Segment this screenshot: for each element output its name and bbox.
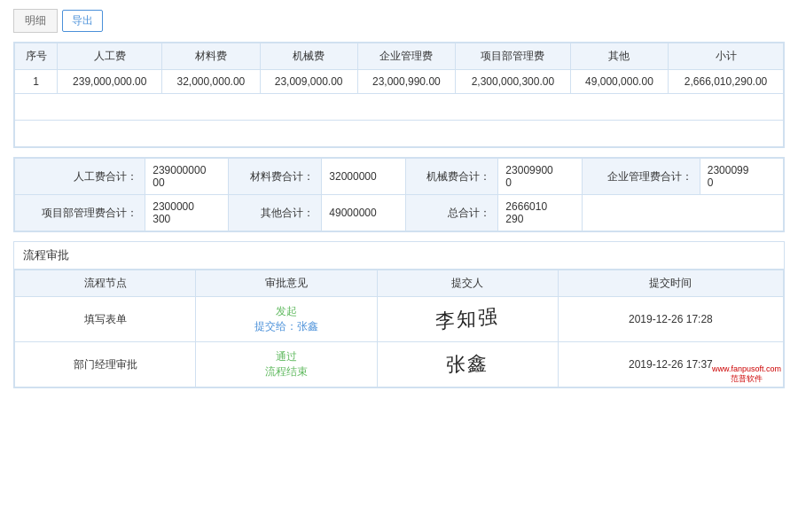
labor-summary-label: 人工费合计： <box>15 159 145 195</box>
wf-opinion-1: 发起 提交给：张鑫 <box>196 297 377 342</box>
watermark-container: www.fanpusoft.com 范普软件 <box>712 364 781 385</box>
enterprise-mgmt-summary-label: 企业管理费合计： <box>582 159 700 195</box>
mechanical-summary-label: 机械费合计： <box>405 159 498 195</box>
cell-other: 49,000,000.00 <box>570 70 668 94</box>
wf-submitter-1: 李知强 <box>377 297 558 342</box>
cell-subtotal: 2,666,010,290.00 <box>669 70 784 94</box>
wf-submitter-2: 张鑫 <box>377 342 558 387</box>
export-button[interactable]: 导出 <box>62 10 103 32</box>
wf-time-2: 2019-12-26 17:37 www.fanpusoft.com 范普软件 <box>558 342 783 387</box>
summary-section: 人工费合计： 239000000 00 材料费合计： 32000000 机械费合… <box>13 157 785 232</box>
cell-material: 32,000,000.00 <box>162 70 260 94</box>
other-summary-value: 49000000 <box>322 195 405 231</box>
other-summary-label: 其他合计： <box>229 195 322 231</box>
table-row: 1 239,000,000.00 32,000,000.00 23,009,00… <box>15 70 784 94</box>
summary-table: 人工费合计： 239000000 00 材料费合计： 32000000 机械费合… <box>14 158 784 231</box>
col-header-labor: 人工费 <box>58 43 162 70</box>
tab-detail[interactable]: 明细 <box>13 9 58 33</box>
wf-col-node: 流程节点 <box>15 270 196 297</box>
signature-1: 李知强 <box>435 303 499 335</box>
labor-summary-value: 239000000 00 <box>145 159 229 195</box>
workflow-header-row: 流程节点 审批意见 提交人 提交时间 <box>15 270 784 297</box>
col-header-mechanical: 机械费 <box>260 43 357 70</box>
wf-opinion-2: 通过 流程结束 <box>196 342 377 387</box>
wf-col-opinion: 审批意见 <box>196 270 377 297</box>
summary-row-2: 项目部管理费合计： 2300000 300 其他合计： 49000000 总合计… <box>15 195 784 231</box>
cell-labor: 239,000,000.00 <box>58 70 162 94</box>
total-summary-label: 总合计： <box>405 195 498 231</box>
enterprise-mgmt-summary-value: 2300099 0 <box>700 159 783 195</box>
project-mgmt-summary-value: 2300000 300 <box>145 195 229 231</box>
workflow-section: 流程审批 流程节点 审批意见 提交人 提交时间 填写表单 发起 提交给：张鑫 <box>13 241 785 388</box>
total-summary-value: 2666010 290 <box>498 195 582 231</box>
main-table-section: 序号 人工费 材料费 机械费 企业管理费 项目部管理费 其他 小计 1 239,… <box>13 42 785 148</box>
wf-opinion-line1-1[interactable]: 发起 <box>276 305 297 317</box>
signature-2: 张鑫 <box>446 350 489 379</box>
mechanical-summary-value: 23009900 0 <box>498 159 582 195</box>
watermark-line1: www.fanpusoft.com <box>712 364 781 373</box>
wf-node-2: 部门经理审批 <box>15 342 196 387</box>
tab-bar: 明细 导出 <box>13 9 785 33</box>
material-summary-value: 32000000 <box>322 159 405 195</box>
wf-col-submitter: 提交人 <box>377 270 558 297</box>
wf-opinion-line2-1[interactable]: 提交给：张鑫 <box>254 320 318 332</box>
col-header-subtotal: 小计 <box>669 43 784 70</box>
wf-col-time: 提交时间 <box>558 270 783 297</box>
workflow-row-2: 部门经理审批 通过 流程结束 张鑫 2019-12-26 17:37 www.f… <box>15 342 784 387</box>
wf-time-1: 2019-12-26 17:28 <box>558 297 783 342</box>
empty-row-1 <box>15 94 784 121</box>
summary-row-1: 人工费合计： 239000000 00 材料费合计： 32000000 机械费合… <box>15 159 784 195</box>
workflow-row-1: 填写表单 发起 提交给：张鑫 李知强 2019-12-26 17:28 <box>15 297 784 342</box>
cell-mechanical: 23,009,000.00 <box>260 70 357 94</box>
empty-row-2 <box>15 121 784 147</box>
col-header-enterprise-mgmt: 企业管理费 <box>357 43 455 70</box>
col-header-project-mgmt: 项目部管理费 <box>455 43 570 70</box>
page-container: 明细 导出 序号 人工费 材料费 机械费 企业管理费 项目部管理费 其他 小计 … <box>0 0 798 532</box>
col-header-other: 其他 <box>570 43 668 70</box>
workflow-title: 流程审批 <box>14 242 784 270</box>
project-mgmt-summary-label: 项目部管理费合计： <box>15 195 145 231</box>
col-header-material: 材料费 <box>162 43 260 70</box>
cell-index: 1 <box>15 70 58 94</box>
main-table: 序号 人工费 材料费 机械费 企业管理费 项目部管理费 其他 小计 1 239,… <box>14 43 784 147</box>
material-summary-label: 材料费合计： <box>229 159 322 195</box>
wf-node-1: 填写表单 <box>15 297 196 342</box>
cell-project-mgmt: 2,300,000,300.00 <box>455 70 570 94</box>
wf-time-text-2: 2019-12-26 17:37 <box>629 358 713 371</box>
col-header-index: 序号 <box>15 43 58 70</box>
watermark-line2: 范普软件 <box>712 373 781 385</box>
cell-enterprise-mgmt: 23,000,990.00 <box>357 70 455 94</box>
table-header-row: 序号 人工费 材料费 机械费 企业管理费 项目部管理费 其他 小计 <box>15 43 784 70</box>
workflow-table: 流程节点 审批意见 提交人 提交时间 填写表单 发起 提交给：张鑫 李 <box>14 270 784 387</box>
wf-opinion-line2-2[interactable]: 流程结束 <box>265 365 308 378</box>
wf-opinion-line1-2[interactable]: 通过 <box>276 350 297 363</box>
summary-empty-cell <box>582 195 783 231</box>
